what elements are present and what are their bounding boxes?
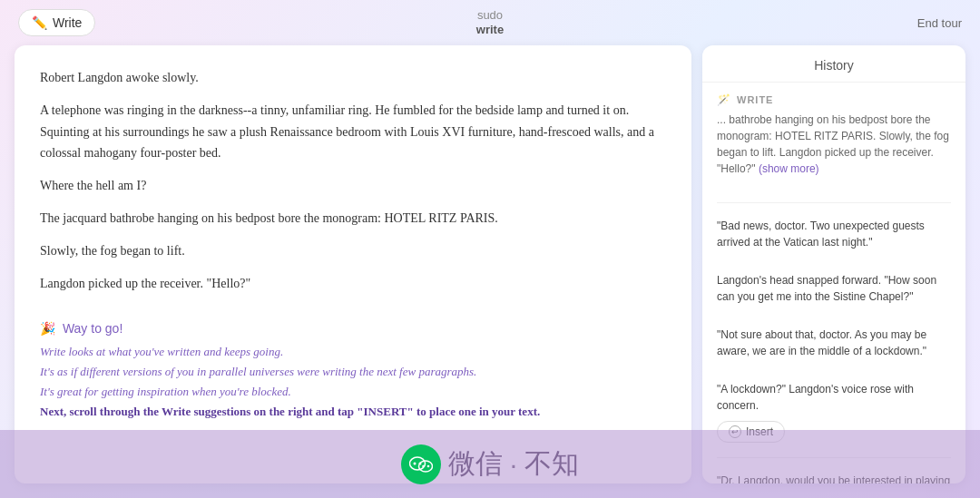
editor-panel: Robert Langdon awoke slowly. A telephone… bbox=[15, 45, 691, 483]
watermark-dot: · bbox=[510, 449, 517, 480]
excerpt-text: ... bathrobe hanging on his bedpost bore… bbox=[717, 113, 949, 175]
history-item-3-text: "Not sure about that, doctor. As you may… bbox=[717, 327, 951, 359]
history-item-2: Langdon's head snapped forward. "How soo… bbox=[702, 265, 965, 319]
svg-point-4 bbox=[422, 464, 425, 467]
app-header: ✏️ Write sudo write End tour bbox=[0, 0, 980, 45]
svg-point-3 bbox=[418, 462, 421, 464]
wechat-icon bbox=[401, 444, 441, 484]
paragraph-6: Langdon picked up the receiver. "Hello?" bbox=[40, 273, 666, 295]
history-item-1-text: "Bad news, doctor. Two unexpected guests… bbox=[717, 218, 951, 250]
suggestion-item-2: It's as if different versions of you in … bbox=[40, 365, 666, 379]
suggestion-cta: Next, scroll through the Write suggestio… bbox=[40, 405, 666, 419]
history-item-2-text: Langdon's head snapped forward. "How soo… bbox=[717, 272, 951, 305]
wand-icon: 🪄 bbox=[717, 93, 731, 106]
history-panel: History 🪄 WRITE ... bathrobe hanging on … bbox=[702, 45, 965, 483]
svg-point-0 bbox=[409, 457, 425, 470]
logo-area: ✏️ Write bbox=[18, 9, 95, 36]
history-item-3: "Not sure about that, doctor. As you may… bbox=[702, 319, 965, 374]
history-write-section: 🪄 WRITE ... bathrobe hanging on his bedp… bbox=[702, 83, 965, 195]
end-tour-button[interactable]: End tour bbox=[917, 16, 962, 30]
watermark-zhihu-text: 不知 bbox=[524, 445, 579, 483]
paragraph-1: Robert Langdon awoke slowly. bbox=[40, 67, 666, 89]
paragraph-2: A telephone was ringing in the darkness-… bbox=[40, 100, 666, 164]
pencil-icon: ✏️ bbox=[32, 15, 47, 30]
history-item-1: "Bad news, doctor. Two unexpected guests… bbox=[702, 210, 965, 265]
history-header: History bbox=[702, 45, 965, 83]
history-excerpt: ... bathrobe hanging on his bedpost bore… bbox=[717, 112, 951, 177]
svg-point-5 bbox=[427, 464, 430, 467]
write-button[interactable]: ✏️ Write bbox=[18, 9, 95, 36]
logo-line2: write bbox=[476, 23, 504, 37]
svg-point-2 bbox=[413, 462, 416, 464]
paragraph-5: Slowly, the fog began to lift. bbox=[40, 240, 666, 262]
suggestion-box: 🎉 Way to go! Write looks at what you've … bbox=[40, 312, 666, 419]
watermark-overlay: 微信 · 不知 bbox=[0, 430, 980, 498]
logo-line1: sudo bbox=[476, 8, 504, 23]
paragraph-3: Where the hell am I? bbox=[40, 175, 666, 197]
suggestion-item-3: It's great for getting inspiration when … bbox=[40, 385, 666, 399]
editor-text: Robert Langdon awoke slowly. A telephone… bbox=[40, 67, 666, 294]
suggestion-title-text: Way to go! bbox=[63, 321, 122, 336]
history-item-4-text: "A lockdown?" Langdon's voice rose with … bbox=[717, 381, 951, 414]
paragraph-4: The jacquard bathrobe hanging on his bed… bbox=[40, 208, 666, 229]
watermark-inner: 微信 · 不知 bbox=[0, 430, 980, 498]
show-more-link[interactable]: (show more) bbox=[759, 162, 819, 175]
suggestion-item-1: Write looks at what you've written and k… bbox=[40, 345, 666, 359]
watermark-wechat-text: 微信 bbox=[448, 445, 503, 483]
write-label-text: WRITE bbox=[737, 94, 773, 105]
write-button-label: Write bbox=[53, 15, 82, 30]
divider-1 bbox=[717, 202, 951, 203]
celebration-icon: 🎉 bbox=[40, 321, 55, 336]
sudo-write-logo: sudo write bbox=[476, 8, 504, 36]
suggestion-title: 🎉 Way to go! bbox=[40, 321, 666, 336]
write-label: 🪄 WRITE bbox=[717, 93, 951, 106]
